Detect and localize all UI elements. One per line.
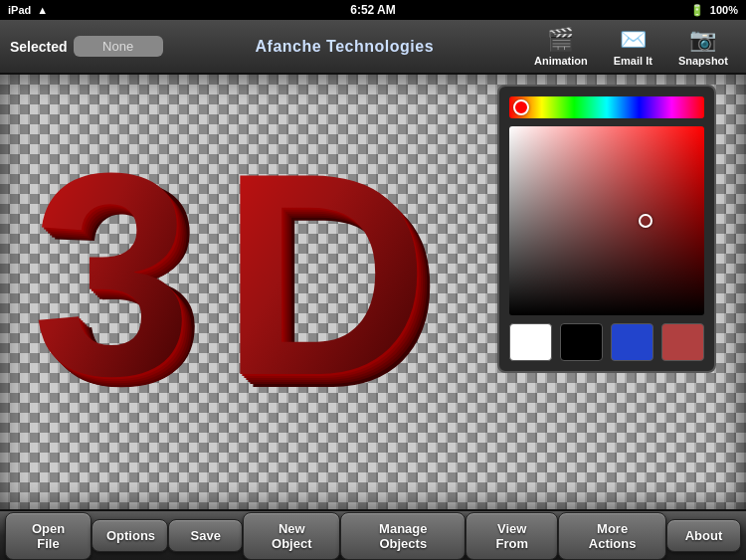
- selected-value: None: [74, 36, 163, 57]
- color-picker-cursor: [639, 214, 653, 228]
- camera-icon: 📷: [689, 27, 716, 53]
- status-bar: iPad ▲ 6:52 AM 🔋 100%: [0, 0, 746, 20]
- animation-label: Animation: [534, 55, 588, 67]
- bottom-toolbar: Open File Options Save New Object Manage…: [0, 509, 746, 560]
- email-label: Email It: [614, 55, 653, 67]
- svg-text:D: D: [221, 112, 429, 435]
- device-label: iPad: [8, 4, 31, 16]
- new-object-button[interactable]: New Object: [243, 512, 340, 560]
- toolbar: Selected None Afanche Technologies 🎬 Ani…: [0, 20, 746, 75]
- email-icon: ✉️: [620, 27, 647, 53]
- selected-area: Selected None: [10, 36, 163, 57]
- email-button[interactable]: ✉️ Email It: [606, 23, 660, 71]
- swatch-blue[interactable]: [611, 323, 653, 361]
- animation-icon: 🎬: [547, 27, 574, 53]
- wifi-icon: ▲: [37, 4, 48, 16]
- hue-bar[interactable]: [509, 96, 704, 118]
- 3d-text-svg: 3 3 3 3 3 3 3 D D D D D D D: [30, 93, 507, 491]
- options-button[interactable]: Options: [92, 519, 168, 552]
- selected-label: Selected: [10, 39, 68, 55]
- main-canvas[interactable]: 3 3 3 3 3 3 3 D D D D D D D: [0, 75, 746, 509]
- app-title: Afanche Technologies: [163, 38, 526, 56]
- swatch-red-brown[interactable]: [661, 323, 704, 361]
- about-button[interactable]: About: [666, 519, 741, 552]
- snapshot-button[interactable]: 📷 Snapshot: [670, 23, 736, 71]
- svg-text:3: 3: [32, 112, 192, 435]
- status-left: iPad ▲: [8, 4, 48, 16]
- status-time: 6:52 AM: [350, 3, 396, 17]
- view-from-button[interactable]: View From: [466, 512, 558, 560]
- color-picker-panel[interactable]: [497, 85, 716, 373]
- saturation-brightness-box[interactable]: [509, 126, 704, 315]
- snapshot-label: Snapshot: [678, 55, 728, 67]
- open-file-button[interactable]: Open File: [5, 512, 92, 560]
- swatch-white[interactable]: [509, 323, 552, 361]
- status-right: 🔋 100%: [690, 4, 738, 17]
- save-button[interactable]: Save: [168, 519, 243, 552]
- more-actions-button[interactable]: More Actions: [558, 512, 666, 560]
- battery-level: 100%: [710, 4, 738, 16]
- toolbar-actions: 🎬 Animation ✉️ Email It 📷 Snapshot: [526, 23, 736, 71]
- swatch-black[interactable]: [560, 323, 603, 361]
- manage-objects-button[interactable]: Manage Objects: [340, 512, 466, 560]
- battery-icon: 🔋: [690, 4, 704, 17]
- hue-indicator: [513, 99, 529, 115]
- animation-button[interactable]: 🎬 Animation: [526, 23, 596, 71]
- color-swatches: [509, 323, 704, 361]
